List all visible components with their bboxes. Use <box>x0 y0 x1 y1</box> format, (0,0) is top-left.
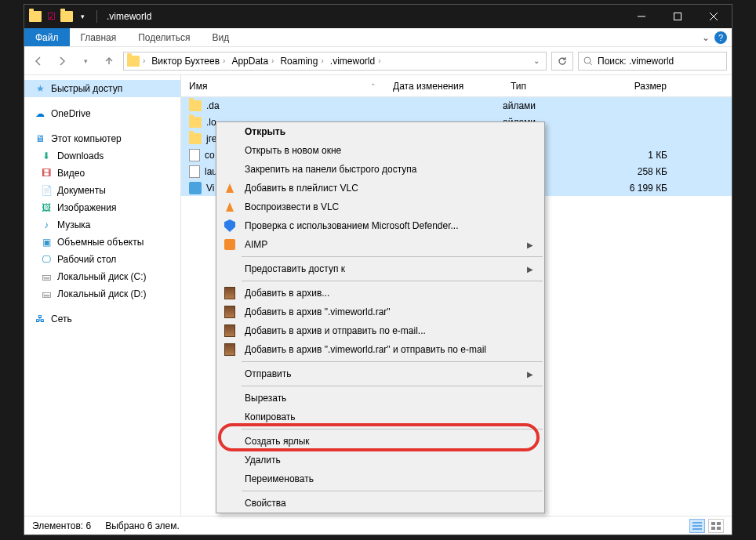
nav-label: Сеть <box>51 313 72 324</box>
file-name: co <box>205 150 215 161</box>
ctx-open[interactable]: Открыть <box>216 122 544 141</box>
crumb-2[interactable]: Roaming› <box>277 56 326 67</box>
maximize-button[interactable] <box>660 5 696 28</box>
nav-video[interactable]: 🎞Видео <box>24 165 180 182</box>
ctx-rar-add[interactable]: Добавить в архив... <box>216 284 544 303</box>
nav-this-pc[interactable]: 🖥Этот компьютер <box>24 130 180 147</box>
ctx-vlc-add[interactable]: Добавить в плейлист VLC <box>216 179 544 198</box>
nav-disk-d[interactable]: 🖴Локальный диск (D:) <box>24 285 180 303</box>
nav-music[interactable]: ♪Музыка <box>24 216 180 234</box>
address-dropdown-icon[interactable]: ⌄ <box>530 56 543 65</box>
help-icon[interactable]: ? <box>714 31 727 44</box>
details-view-icon[interactable] <box>689 519 705 533</box>
file-name: .lo <box>206 117 216 128</box>
tab-view[interactable]: Вид <box>201 28 240 46</box>
nav-onedrive[interactable]: ☁OneDrive <box>24 105 180 122</box>
col-type[interactable]: Тип <box>503 81 589 92</box>
qat-dropdown-icon[interactable]: ▾ <box>76 10 89 23</box>
col-date[interactable]: Дата изменения <box>385 81 503 92</box>
shield-icon <box>223 219 237 233</box>
address-field[interactable]: › Виктор Бухтеев› AppData› Roaming› .vim… <box>123 52 547 71</box>
separator <box>242 491 543 491</box>
crumb-3[interactable]: .vimeworld› <box>327 56 384 67</box>
ctx-defender[interactable]: Проверка с использованием Microsoft Defe… <box>216 216 544 235</box>
ctx-rename[interactable]: Переименовать <box>216 469 544 488</box>
window-title: .vimeworld <box>100 11 623 22</box>
column-headers: Имя⌃ Дата изменения Тип Размер <box>181 75 732 97</box>
ctx-rar-email-named[interactable]: Добавить в архив ".vimeworld.rar" и отпр… <box>216 340 544 359</box>
ctx-delete[interactable]: Удалить <box>216 451 544 469</box>
file-row[interactable]: .daайлами <box>181 97 732 114</box>
ctx-label: Удалить <box>245 455 281 466</box>
qat-props-icon[interactable]: ☑ <box>45 10 57 23</box>
ctx-aimp[interactable]: AIMP▶ <box>216 235 544 254</box>
nav-label: Изображения <box>57 202 116 213</box>
qat-new-folder-icon[interactable] <box>60 10 73 23</box>
crumb-0[interactable]: Виктор Бухтеев› <box>148 56 228 67</box>
ctx-properties[interactable]: Свойства <box>216 494 544 513</box>
window-controls <box>623 5 732 28</box>
ctx-label: Открыть в новом окне <box>245 145 341 156</box>
crumb-sep[interactable]: › <box>140 56 148 65</box>
col-name[interactable]: Имя⌃ <box>181 81 385 92</box>
ctx-label: Предоставить доступ к <box>245 263 345 274</box>
crumb-1[interactable]: AppData› <box>228 56 277 67</box>
nav-downloads[interactable]: ⬇Downloads <box>24 147 180 165</box>
file-size: 1 КБ <box>589 150 675 161</box>
star-icon: ★ <box>34 82 46 95</box>
svg-rect-9 <box>711 522 715 525</box>
nav-quick-access[interactable]: ★Быстрый доступ <box>24 80 180 97</box>
file-name: .da <box>206 100 220 111</box>
nav-label: Документы <box>57 185 106 196</box>
ctx-share[interactable]: Предоставить доступ к▶ <box>216 259 544 278</box>
recent-dropdown[interactable]: ▾ <box>76 52 95 71</box>
jar-icon <box>189 165 200 178</box>
refresh-button[interactable] <box>551 52 573 71</box>
col-size[interactable]: Размер <box>589 81 675 92</box>
tab-home[interactable]: Главная <box>70 28 128 46</box>
forward-button[interactable] <box>53 52 71 71</box>
chevron-right-icon: ▶ <box>527 241 533 249</box>
tab-share[interactable]: Поделиться <box>127 28 201 46</box>
back-button[interactable] <box>29 52 48 71</box>
nav-documents[interactable]: 📄Документы <box>24 182 180 199</box>
ctx-rar-email[interactable]: Добавить в архив и отправить по e-mail..… <box>216 321 544 340</box>
ctx-send[interactable]: Отправить▶ <box>216 364 544 383</box>
ctx-label: Создать ярлык <box>245 436 310 447</box>
thumbnails-view-icon[interactable] <box>708 519 724 533</box>
ctx-shortcut[interactable]: Создать ярлык <box>216 432 544 451</box>
nav-label: Музыка <box>57 219 90 230</box>
nav-label: Быстрый доступ <box>51 83 122 94</box>
ctx-cut[interactable]: Вырезать <box>216 389 544 408</box>
col-label: Имя <box>189 81 207 92</box>
nav-label: Локальный диск (C:) <box>57 271 147 282</box>
search-input[interactable]: Поиск: .vimeworld <box>578 52 727 71</box>
svg-rect-11 <box>711 527 715 530</box>
ctx-open-new-window[interactable]: Открыть в новом окне <box>216 141 544 160</box>
separator <box>242 429 543 429</box>
svg-rect-1 <box>674 13 681 20</box>
folder-icon <box>29 10 42 23</box>
ctx-copy[interactable]: Копировать <box>216 408 544 426</box>
tab-file[interactable]: Файл <box>24 28 70 46</box>
close-button[interactable] <box>696 5 732 28</box>
nav-3d[interactable]: ▣Объемные объекты <box>24 234 180 251</box>
nav-desktop[interactable]: 🖵Рабочий стол <box>24 251 180 268</box>
nav-network[interactable]: 🖧Сеть <box>24 310 180 328</box>
nav-disk-c[interactable]: 🖴Локальный диск (C:) <box>24 268 180 285</box>
crumb-text: Виктор Бухтеев <box>151 56 220 67</box>
separator <box>242 386 543 386</box>
folder-icon <box>189 133 202 144</box>
nav-pictures[interactable]: 🖼Изображения <box>24 199 180 216</box>
ctx-rar-add-named[interactable]: Добавить в архив ".vimeworld.rar" <box>216 303 544 321</box>
nav-label: Рабочий стол <box>57 254 116 265</box>
minimize-button[interactable] <box>623 5 660 28</box>
ctx-vlc-play[interactable]: Воспроизвести в VLC <box>216 198 544 216</box>
ctx-pin-quick[interactable]: Закрепить на панели быстрого доступа <box>216 160 544 179</box>
up-button[interactable] <box>100 52 118 71</box>
address-bar: ▾ › Виктор Бухтеев› AppData› Roaming› .v… <box>24 47 732 75</box>
file-name: Vi <box>206 183 214 194</box>
chevron-down-icon[interactable]: ⌄ <box>702 32 710 43</box>
ctx-label: Отправить <box>245 368 292 379</box>
disk-icon: 🖴 <box>40 270 53 283</box>
